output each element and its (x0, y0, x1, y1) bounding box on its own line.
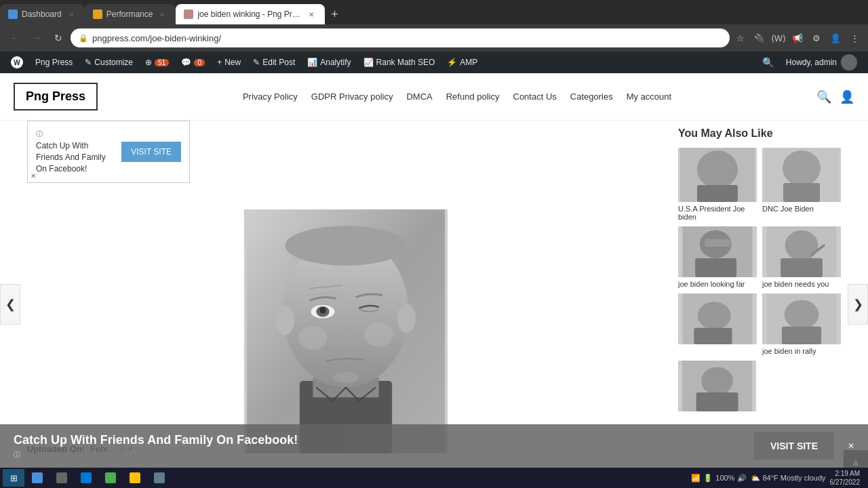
nav-privacy-policy[interactable]: Privacy Policy (243, 92, 298, 102)
header-search-icon[interactable]: 🔍 (816, 89, 831, 104)
similar-label-1: U.S.A President Joe biden (678, 205, 757, 221)
extension3-icon[interactable]: 📢 (789, 30, 806, 46)
similar-item-1[interactable]: U.S.A President Joe biden (678, 148, 757, 221)
similar-item-2[interactable]: DNC Joe Biden (762, 148, 841, 221)
admin-avatar (841, 54, 857, 70)
svg-point-14 (364, 323, 393, 347)
similar-grid: U.S.A President Joe biden DNC Joe Biden (678, 148, 841, 355)
comment-icon: 💬 (181, 58, 191, 67)
wp-analytify[interactable]: 📊 Analytify (302, 52, 356, 73)
amp-label: AMP (460, 58, 477, 67)
nav-icons: ☆ 🔌 ⟨W⟩ 📢 ⚙ 👤 ⋮ (732, 30, 863, 46)
wp-comments[interactable]: 💬 0 (176, 52, 210, 73)
wp-rankmath[interactable]: 📈 Rank Math SEO (358, 52, 441, 73)
admin-search-icon[interactable]: 🔍 (757, 57, 779, 68)
tab-dashboard[interactable]: Dashboard ✕ (0, 4, 85, 24)
extension4-icon[interactable]: ⚙ (808, 30, 825, 46)
reload-button[interactable]: ↻ (49, 28, 68, 47)
address-bar[interactable]: 🔒 pngpress.com/joe-biden-winking/ (71, 28, 730, 47)
tab-performance-title: Performance (106, 9, 153, 19)
similar-thumb-7 (678, 361, 756, 411)
ad-info-icon[interactable]: ⓘ (36, 129, 43, 139)
back-button[interactable]: ← (5, 28, 24, 47)
svg-point-13 (298, 326, 328, 350)
bottom-visit-button[interactable]: VISIT SITE (754, 432, 834, 460)
taskbar-chrome[interactable] (99, 469, 122, 487)
ad-close-icon[interactable]: ✕ (31, 172, 36, 180)
svg-rect-34 (782, 327, 821, 344)
svg-point-9 (319, 307, 326, 314)
extension2-icon[interactable]: ⟨W⟩ (770, 30, 787, 46)
svg-point-10 (333, 373, 359, 384)
tab-active-icon (184, 9, 193, 19)
similar-item-7[interactable] (678, 361, 756, 411)
svg-rect-17 (697, 185, 738, 202)
taskbar-start-button[interactable]: ⊞ (3, 469, 24, 487)
wp-count-51[interactable]: ⊕ 51 (140, 52, 174, 73)
similar-thumb-4 (762, 226, 841, 277)
rankmath-label: Rank Math SEO (376, 58, 435, 67)
prev-arrow-icon: ❮ (5, 297, 16, 312)
time-display: 2:19 AM (835, 469, 860, 478)
nav-bar: ← → ↻ 🔒 pngpress.com/joe-biden-winking/ … (0, 24, 868, 52)
tab-active[interactable]: joe biden winking - Png Press pr... ✕ (176, 4, 325, 24)
forward-button[interactable]: → (27, 28, 46, 47)
nav-dmca[interactable]: DMCA (406, 92, 432, 102)
similar-item-4[interactable]: joe biden needs you (762, 226, 841, 288)
wp-logo-icon: W (11, 56, 23, 68)
wp-site-label: Png Press (35, 58, 73, 67)
nav-refund[interactable]: Refund policy (446, 92, 500, 102)
date-display: 6/27/2022 (830, 478, 861, 487)
extension1-icon[interactable]: 🔌 (751, 30, 768, 46)
howdy-label: Howdy, admin (786, 58, 837, 67)
next-arrow[interactable]: ❯ (848, 284, 868, 325)
taskbar-settings[interactable] (148, 469, 171, 487)
lock-icon: 🔒 (79, 34, 88, 43)
tab-active-close[interactable]: ✕ (306, 9, 317, 20)
similar-item-6[interactable]: joe biden in rally (762, 293, 841, 355)
customize-icon: ✎ (85, 58, 92, 67)
taskbar-search-icon (32, 472, 43, 483)
wp-amp[interactable]: ⚡ AMP (441, 52, 483, 73)
ad-visit-button[interactable]: VISIT SITE (121, 142, 181, 162)
tab-performance-close[interactable]: ✕ (157, 9, 167, 20)
nav-contact[interactable]: Contact Us (513, 92, 557, 102)
next-arrow-icon: ❯ (853, 297, 863, 312)
bookmark-icon[interactable]: ☆ (732, 30, 749, 46)
taskbar: ⊞ 📶 🔋 100% 🔊 ⛅ 84°F Mostly cloudy 2:19 A… (0, 468, 868, 488)
wp-site-name[interactable]: Png Press (30, 52, 78, 73)
header-account-icon[interactable]: 👤 (840, 89, 854, 104)
taskbar-network-icon: 📶 (691, 474, 701, 483)
customize-label: Customize (94, 58, 133, 67)
nav-gdpr[interactable]: GDPR Privacy policy (311, 92, 393, 102)
site-logo[interactable]: Png Press (14, 83, 98, 110)
bottom-ad-close-icon[interactable]: ✕ (848, 441, 854, 451)
svg-rect-20 (783, 183, 820, 202)
wp-customize[interactable]: ✎ Customize (79, 52, 138, 73)
similar-item-5[interactable] (678, 293, 757, 355)
taskbar-taskview[interactable] (50, 469, 73, 487)
wp-logo-item[interactable]: W (5, 52, 28, 73)
nav-categories[interactable]: Categories (570, 92, 613, 102)
taskbar-search[interactable] (26, 469, 49, 487)
tab-performance-icon (93, 9, 102, 19)
howdy-item[interactable]: Howdy, admin (781, 52, 863, 73)
profile-icon[interactable]: 👤 (827, 30, 844, 46)
svg-point-19 (783, 150, 821, 186)
similar-item-3[interactable]: joe biden looking far (678, 226, 757, 288)
taskbar-files[interactable] (123, 469, 146, 487)
tab-dashboard-close[interactable]: ✕ (66, 9, 77, 20)
prev-arrow[interactable]: ❮ (0, 284, 20, 325)
new-tab-button[interactable]: + (325, 5, 344, 24)
wp-edit-post[interactable]: ✎ Edit Post (248, 52, 300, 73)
svg-point-26 (785, 230, 818, 261)
menu-icon[interactable]: ⋮ (846, 30, 863, 46)
main-nav: Privacy Policy GDPR Privacy policy DMCA … (243, 92, 671, 102)
tab-active-title: joe biden winking - Png Press pr... (197, 9, 302, 19)
taskbar-weather: ⛅ 84°F Mostly cloudy (751, 474, 825, 483)
svg-rect-37 (696, 392, 738, 411)
nav-my-account[interactable]: My account (627, 92, 671, 102)
wp-new[interactable]: + New (212, 52, 246, 73)
tab-performance[interactable]: Performance ✕ (85, 4, 176, 24)
taskbar-edge[interactable] (75, 469, 98, 487)
